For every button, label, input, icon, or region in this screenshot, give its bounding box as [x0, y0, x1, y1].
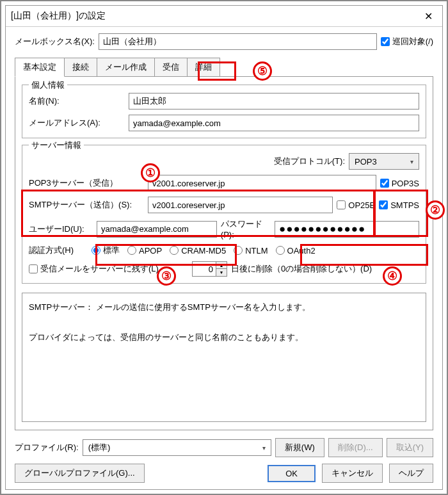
leave-on-server-label: 受信メールをサーバーに残す(L): [40, 263, 159, 275]
password-label: パスワード(P):: [221, 218, 271, 239]
window-title: [山田（会社用）]の設定: [11, 10, 419, 22]
smtps-label: SMTPS: [390, 200, 419, 210]
recv-proto-label: 受信プロトコル(T):: [274, 156, 345, 167]
name-label: 名前(N):: [29, 95, 125, 107]
close-icon[interactable]: ✕: [419, 10, 437, 22]
auth-radio-group: 標準 APOP CRAM-MD5 NTLM OAuth2: [92, 245, 316, 256]
address-label: メールアドレス(A):: [29, 117, 125, 129]
mailbox-name-input[interactable]: [99, 33, 377, 50]
op25b-label: OP25B: [348, 200, 375, 210]
auth-radio-apop[interactable]: APOP: [127, 246, 162, 256]
profile-label: プロファイル(R):: [15, 442, 79, 453]
server-legend: サーバー情報: [29, 140, 84, 151]
pop3s-checkbox[interactable]: POP3S: [380, 179, 419, 188]
name-input[interactable]: [129, 93, 419, 110]
global-profile-button[interactable]: グローバルプロファイル(G)...: [15, 464, 145, 483]
days-spinner[interactable]: ▲ ▼: [192, 261, 227, 277]
profile-select[interactable]: (標準) ▾: [83, 439, 271, 456]
days-suffix-label: 日後に削除（0の場合削除しない）(D): [231, 263, 372, 275]
tab-compose[interactable]: メール作成: [97, 58, 155, 76]
spinner-up-icon[interactable]: ▲: [216, 262, 227, 269]
auth-label: 認証方式(H): [29, 245, 88, 256]
server-info-group: サーバー情報 受信プロトコル(T): POP3 ▾ POP3サーバー（受信） P…: [22, 145, 426, 284]
patrol-label: 巡回対象(/): [392, 36, 433, 47]
profile-new-button[interactable]: 新規(W): [275, 438, 324, 457]
smtp-server-input[interactable]: [148, 197, 333, 213]
help-line1: SMTPサーバー： メールの送信に使用するSMTPサーバー名を入力します。: [29, 300, 419, 314]
recv-proto-combo[interactable]: POP3 ▾: [349, 153, 419, 170]
ok-button[interactable]: OK: [268, 465, 316, 482]
smtps-checkbox[interactable]: SMTPS: [379, 200, 419, 210]
tabs: 基本設定 接続 メール作成 受信 詳細: [15, 58, 433, 77]
op25b-checkbox[interactable]: OP25B: [337, 200, 375, 210]
auth-radio-standard[interactable]: 標準: [92, 245, 120, 256]
userid-input[interactable]: [97, 221, 217, 238]
help-text-box: SMTPサーバー： メールの送信に使用するSMTPサーバー名を入力します。 プロ…: [22, 293, 426, 422]
mailbox-label: メールボックス名(X):: [15, 36, 95, 47]
address-input[interactable]: [129, 115, 419, 131]
profile-delete-button[interactable]: 削除(D)...: [328, 438, 383, 457]
userid-label: ユーザーID(U):: [29, 223, 93, 235]
auth-radio-oauth2[interactable]: OAuth2: [276, 246, 316, 256]
pop3-label: POP3サーバー（受信）: [29, 177, 144, 189]
tab-connection[interactable]: 接続: [64, 58, 97, 76]
chevron-down-icon: ▾: [262, 444, 266, 451]
chevron-down-icon: ▾: [410, 158, 413, 165]
help-line2: プロバイダによっては、受信用のサーバーと同じ名前のこともあります。: [29, 330, 419, 345]
profile-import-button[interactable]: 取込(Y): [387, 438, 433, 457]
smtp-label: SMTPサーバー（送信）(S):: [29, 199, 144, 211]
leave-on-server-checkbox[interactable]: 受信メールをサーバーに残す(L): [29, 263, 159, 275]
password-input[interactable]: [275, 221, 419, 238]
tab-basic[interactable]: 基本設定: [15, 58, 65, 77]
tab-receive[interactable]: 受信: [154, 58, 188, 76]
personal-legend: 個人情報: [29, 79, 67, 91]
spinner-down-icon[interactable]: ▼: [216, 269, 227, 276]
pop3-server-input[interactable]: [148, 175, 376, 191]
auth-radio-ntlm[interactable]: NTLM: [234, 246, 268, 256]
cancel-button[interactable]: キャンセル: [322, 464, 383, 483]
profile-value: (標準): [88, 442, 266, 453]
pop3s-label: POP3S: [392, 179, 419, 188]
personal-info-group: 個人情報 名前(N): メールアドレス(A):: [22, 85, 426, 138]
auth-radio-crammd5[interactable]: CRAM-MD5: [170, 246, 226, 256]
patrol-checkbox[interactable]: 巡回対象(/): [381, 36, 433, 47]
recv-proto-value: POP3: [355, 157, 410, 166]
tab-detail[interactable]: 詳細: [187, 58, 220, 76]
days-input[interactable]: [193, 262, 216, 276]
help-button[interactable]: ヘルプ: [389, 464, 433, 483]
